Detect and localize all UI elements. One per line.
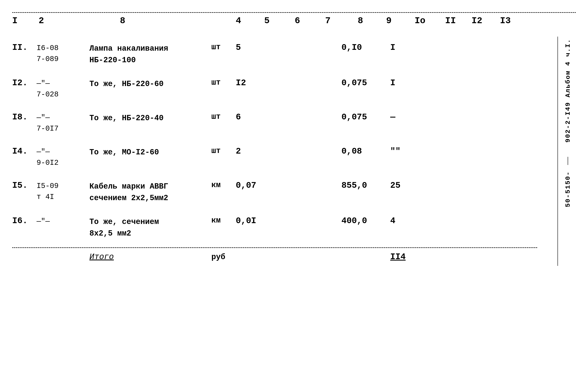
- row-desc: То же, сечением 8х2,5 мм2: [89, 216, 211, 239]
- row-total: —: [390, 112, 431, 122]
- row-qty: 6: [236, 112, 268, 122]
- col-label-10: Io: [415, 16, 425, 26]
- итого-row: Итого руб II4: [12, 248, 537, 266]
- row-total: I: [390, 78, 431, 88]
- row-code: I5-09 т 4I: [37, 181, 89, 202]
- row-unit: км: [211, 181, 236, 189]
- row-price: 0,075: [341, 78, 390, 88]
- col-label-6: 6: [295, 16, 300, 26]
- table-row: I2. —"— 7-028 То же, НБ-220-60 шт I2 0,0…: [12, 72, 537, 106]
- row-num: I5.: [12, 181, 37, 190]
- row-qty: 5: [236, 43, 268, 52]
- col-label-9: 9: [386, 16, 391, 26]
- итого-label: Итого: [89, 252, 211, 262]
- vertical-text-top: 902-2-I49 Альбом 4 ч.I.: [564, 39, 572, 143]
- row-unit: шт: [211, 112, 236, 121]
- row-num: I8.: [12, 112, 37, 122]
- row-qty: 0,07: [236, 181, 268, 190]
- row-price: 0,08: [341, 146, 390, 156]
- итого-total: II4: [390, 252, 431, 262]
- row-qty: 2: [236, 146, 268, 156]
- row-num: I6.: [12, 216, 37, 226]
- table-row: II. I6-08 7-089 Лампа накаливания НБ-220…: [12, 37, 537, 72]
- col-label-4: 4: [236, 16, 241, 26]
- row-unit: шт: [211, 78, 236, 87]
- row-code: —"—: [37, 216, 89, 227]
- row-total: "": [390, 146, 431, 156]
- row-code: I6-08 7-089: [37, 43, 89, 65]
- row-desc: Кабель марки АВВГ сечением 2х2,5мм2: [89, 181, 211, 204]
- table-row: I8. —"— 7-0I7 То же, НБ-220-40 шт 6 0,07…: [12, 106, 537, 140]
- col-label-1: I: [12, 16, 18, 26]
- vertical-divider: [568, 157, 568, 165]
- col-label-2: 2: [39, 16, 44, 26]
- row-desc: То же, НБ-220-60: [89, 78, 211, 90]
- row-code: —"— 7-028: [37, 78, 89, 100]
- table-row: I4. —"— 9-0I2 То же, МО-I2-60 шт 2 0,08 …: [12, 140, 537, 175]
- row-qty: 0,0I: [236, 216, 268, 226]
- col-label-12: I2: [472, 16, 482, 26]
- table-row: I5. I5-09 т 4I Кабель марки АВВГ сечение…: [12, 175, 537, 210]
- col-label-8: 8: [358, 16, 363, 26]
- row-total: 4: [390, 216, 431, 226]
- row-price: 0,075: [341, 112, 390, 122]
- col-label-13: I3: [500, 16, 511, 26]
- row-qty: I2: [236, 78, 268, 88]
- row-num: I4.: [12, 146, 37, 156]
- row-code: —"— 7-0I7: [37, 112, 89, 134]
- row-price: 855,0: [341, 181, 390, 190]
- row-unit: шт: [211, 146, 236, 155]
- vertical-text-mid: 50-5150-: [564, 171, 572, 207]
- right-sidebar: 902-2-I49 Альбом 4 ч.I. 50-5150-: [558, 37, 576, 266]
- col-label-11: II: [445, 16, 456, 26]
- row-price: 400,0: [341, 216, 390, 226]
- row-desc: То же, НБ-220-40: [89, 112, 211, 124]
- row-unit: км: [211, 216, 236, 225]
- row-num: II.: [12, 43, 37, 52]
- col-label-5: 5: [264, 16, 270, 26]
- row-total: 25: [390, 181, 431, 190]
- row-price: 0,I0: [341, 43, 390, 52]
- col-label-7: 7: [325, 16, 331, 26]
- row-unit: шт: [211, 43, 236, 51]
- row-desc: Лампа накаливания НБ-220-100: [89, 43, 211, 66]
- row-total: I: [390, 43, 431, 52]
- row-code: —"— 9-0I2: [37, 146, 89, 168]
- table-row: I6. —"— То же, сечением 8х2,5 мм2 км 0,0…: [12, 210, 537, 245]
- col-label-3: 8: [120, 16, 125, 26]
- row-num: I2.: [12, 78, 37, 88]
- итого-unit: руб: [211, 253, 236, 261]
- row-desc: То же, МО-I2-60: [89, 146, 211, 158]
